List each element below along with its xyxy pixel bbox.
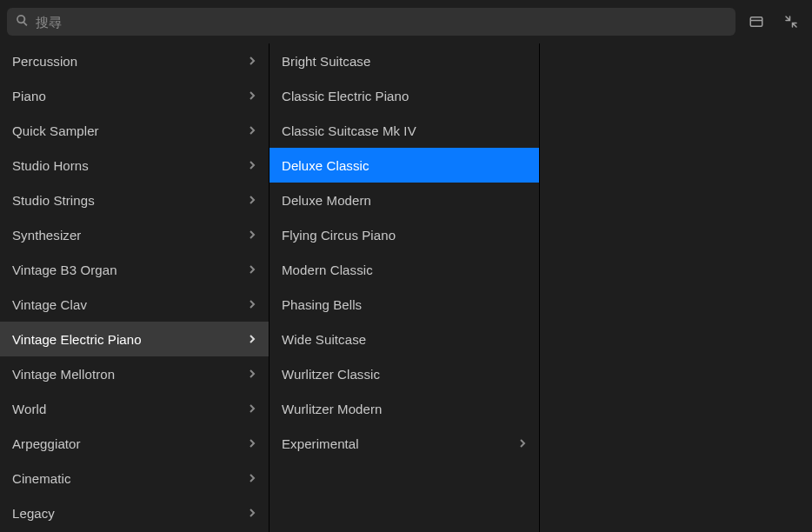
list-item-label: Legacy — [12, 506, 55, 521]
list-item[interactable]: Vintage Clav — [0, 287, 269, 322]
chevron-right-icon — [248, 439, 256, 448]
list-item[interactable]: Studio Horns — [0, 148, 269, 183]
list-item[interactable]: Classic Electric Piano — [270, 78, 539, 113]
list-item-label: Experimental — [282, 436, 359, 451]
detail-column — [540, 43, 812, 532]
list-item-label: Modern Classic — [282, 263, 373, 277]
list-item-label: Vintage Mellotron — [12, 367, 115, 382]
chevron-right-icon — [248, 230, 256, 239]
list-item[interactable]: Cinematic — [0, 461, 269, 495]
list-item-label: Bright Suitcase — [282, 54, 370, 69]
list-item[interactable]: Classic Suitcase Mk IV — [270, 113, 539, 148]
search-input[interactable] — [36, 15, 727, 30]
list-item-label: Vintage Electric Piano — [12, 332, 142, 347]
list-item[interactable]: Vintage Electric Piano — [0, 322, 269, 356]
list-item[interactable]: Wurlitzer Classic — [270, 356, 539, 391]
chevron-right-icon — [248, 474, 256, 482]
list-item-label: Vintage B3 Organ — [12, 263, 117, 277]
list-item[interactable]: Studio Strings — [0, 183, 269, 217]
preset-column: Bright SuitcaseClassic Electric PianoCla… — [270, 43, 540, 532]
list-item[interactable]: Piano — [0, 78, 269, 113]
list-item-label: Flying Circus Piano — [282, 228, 396, 243]
list-item-label: Wide Suitcase — [282, 332, 366, 347]
list-item[interactable]: Quick Sampler — [0, 113, 269, 148]
svg-rect-0 — [750, 17, 762, 27]
list-item[interactable]: Deluxe Classic — [270, 148, 539, 183]
chevron-right-icon — [248, 369, 256, 378]
list-item-label: Wurlitzer Classic — [282, 367, 380, 382]
list-item-label: Studio Horns — [12, 158, 89, 173]
search-field-wrapper[interactable] — [7, 8, 735, 36]
browser-columns: PercussionPianoQuick SamplerStudio Horns… — [0, 43, 812, 532]
chevron-right-icon — [248, 91, 256, 100]
list-item[interactable]: Wide Suitcase — [270, 322, 539, 356]
search-icon — [16, 14, 29, 30]
list-item[interactable]: Vintage B3 Organ — [0, 252, 269, 287]
chevron-right-icon — [518, 439, 527, 448]
list-item-label: Synthesizer — [12, 228, 81, 243]
chevron-right-icon — [248, 265, 256, 274]
list-item[interactable]: Synthesizer — [0, 217, 269, 252]
list-item-label: Arpeggiator — [12, 436, 81, 451]
chevron-right-icon — [248, 300, 256, 309]
list-item[interactable]: Percussion — [0, 43, 269, 78]
view-mode-button[interactable] — [742, 8, 770, 36]
list-item[interactable]: Bright Suitcase — [270, 43, 539, 78]
list-item[interactable]: Modern Classic — [270, 252, 539, 287]
list-item-label: Phasing Bells — [282, 297, 362, 312]
list-item[interactable]: Phasing Bells — [270, 287, 539, 322]
list-item[interactable]: World — [0, 391, 269, 426]
list-item-label: World — [12, 402, 46, 416]
collapse-icon[interactable] — [777, 8, 805, 36]
list-item-label: Classic Suitcase Mk IV — [282, 123, 416, 138]
list-item[interactable]: Deluxe Modern — [270, 183, 539, 217]
category-column: PercussionPianoQuick SamplerStudio Horns… — [0, 43, 270, 532]
list-item[interactable]: Arpeggiator — [0, 426, 269, 461]
chevron-right-icon — [248, 404, 256, 413]
chevron-right-icon — [248, 196, 256, 204]
list-item-label: Deluxe Classic — [282, 158, 369, 173]
list-item[interactable]: Wurlitzer Modern — [270, 391, 539, 426]
chevron-right-icon — [248, 335, 256, 343]
list-item-label: Percussion — [12, 54, 77, 69]
toolbar — [0, 0, 812, 43]
list-item-label: Deluxe Modern — [282, 193, 371, 208]
list-item-label: Wurlitzer Modern — [282, 402, 383, 416]
list-item[interactable]: Legacy — [0, 495, 269, 530]
list-item[interactable]: Flying Circus Piano — [270, 217, 539, 252]
list-item-label: Studio Strings — [12, 193, 95, 208]
list-item-label: Quick Sampler — [12, 123, 99, 138]
list-item-label: Piano — [12, 89, 46, 103]
chevron-right-icon — [248, 126, 256, 135]
list-item[interactable]: Vintage Mellotron — [0, 356, 269, 391]
chevron-right-icon — [248, 57, 256, 65]
list-item-label: Vintage Clav — [12, 297, 87, 312]
list-item-label: Classic Electric Piano — [282, 89, 409, 103]
list-item[interactable]: Experimental — [270, 426, 539, 461]
chevron-right-icon — [248, 161, 256, 170]
list-item-label: Cinematic — [12, 471, 71, 486]
chevron-right-icon — [248, 509, 256, 517]
